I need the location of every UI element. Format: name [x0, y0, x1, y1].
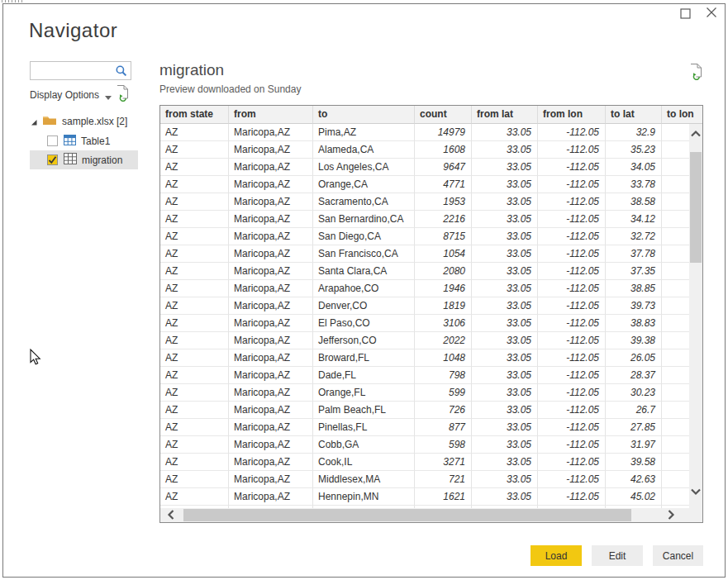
- table-cell: Santa Clara,CA: [313, 263, 415, 280]
- table-cell: 33.05: [472, 349, 538, 367]
- table-cell: -112.05: [538, 419, 606, 436]
- table-cell: -112.05: [538, 159, 606, 176]
- table-cell: Maricopa,AZ: [229, 211, 313, 228]
- scroll-right-icon[interactable]: [665, 509, 677, 521]
- table-cell: -112.05: [538, 315, 606, 332]
- table-cell: Maricopa,AZ: [229, 280, 313, 297]
- horizontal-scrollbar[interactable]: [160, 508, 702, 522]
- grid-icon: [64, 153, 77, 167]
- maximize-button[interactable]: [676, 7, 694, 23]
- scroll-down-icon[interactable]: [690, 486, 702, 497]
- table-cell: -112.05: [538, 280, 606, 297]
- table-cell: 35.23: [606, 141, 662, 159]
- table-cell: 26.05: [606, 349, 662, 367]
- table-cell: San Francisco,CA: [313, 245, 415, 263]
- table-cell: Orange,FL: [313, 384, 415, 402]
- display-options-dropdown[interactable]: Display Options: [30, 86, 112, 104]
- table-cell: Maricopa,AZ: [229, 297, 313, 315]
- table-cell: AZ: [160, 211, 229, 228]
- tree-expander-icon[interactable]: [30, 117, 38, 126]
- table-row: AZMaricopa,AZCobb,GA59833.05-112.0531.97: [160, 436, 702, 454]
- table-cell: 42.63: [606, 471, 662, 488]
- cancel-button[interactable]: Cancel: [653, 545, 703, 566]
- table-cell: 33.05: [472, 436, 538, 454]
- table-cell: 599: [415, 384, 472, 402]
- table-cell: 2022: [415, 332, 472, 349]
- table-cell: Maricopa,AZ: [229, 402, 313, 419]
- tree-item-migration[interactable]: migration: [30, 150, 138, 169]
- search-box[interactable]: [30, 61, 131, 80]
- load-button[interactable]: Load: [531, 545, 582, 566]
- table-cell: AZ: [160, 315, 229, 332]
- migration-checkbox[interactable]: [47, 155, 58, 165]
- table-cell: 3271: [415, 454, 472, 471]
- table-row: AZMaricopa,AZSan Bernardino,CA221633.05-…: [160, 211, 702, 228]
- table-cell: 1048: [415, 349, 472, 367]
- table-cell: AZ: [160, 454, 229, 471]
- header-cell: count: [415, 106, 472, 124]
- table-cell: Maricopa,AZ: [229, 436, 313, 454]
- header-cell: from state: [160, 106, 229, 124]
- vertical-scrollbar[interactable]: [689, 124, 702, 509]
- vertical-scroll-thumb[interactable]: [690, 152, 702, 263]
- table-cell: Cobb,GA: [313, 436, 415, 454]
- table-cell: Maricopa,AZ: [229, 176, 313, 193]
- refresh-sidebar-button[interactable]: [116, 84, 131, 106]
- table-cell: 33.05: [472, 193, 538, 211]
- table-cell: Maricopa,AZ: [229, 488, 313, 506]
- tree-node-workbook[interactable]: sample.xlsx [2]: [30, 112, 127, 131]
- horizontal-scroll-thumb[interactable]: [183, 509, 631, 521]
- table-cell: Dade,FL: [313, 367, 415, 384]
- table-cell: -112.05: [538, 193, 606, 211]
- table-cell: -112.05: [538, 349, 606, 367]
- table-cell: Middlesex,MA: [313, 471, 415, 488]
- table-cell: 2216: [415, 211, 472, 228]
- table-row: AZMaricopa,AZOrange,FL59933.05-112.0530.…: [160, 384, 702, 402]
- table-cell: 33.05: [472, 176, 538, 193]
- table-row: AZMaricopa,AZLos Angeles,CA964733.05-112…: [160, 159, 702, 176]
- table-cell: 9647: [415, 159, 472, 176]
- table-row: AZMaricopa,AZSanta Clara,CA208033.05-112…: [160, 263, 702, 280]
- table-cell: 1953: [415, 193, 472, 211]
- table-cell: 33.05: [472, 471, 538, 488]
- table-cell: -112.05: [538, 141, 606, 159]
- folder-icon: [42, 114, 57, 128]
- table-cell: San Diego,CA: [313, 228, 415, 245]
- tree-item-table1[interactable]: Table1: [30, 131, 110, 150]
- table-header-row: from statefromtocountfrom latfrom lonto …: [160, 106, 702, 124]
- table-cell: AZ: [160, 436, 229, 454]
- table-cell: Los Angeles,CA: [313, 159, 415, 176]
- table-row: AZMaricopa,AZBroward,FL104833.05-112.052…: [160, 349, 702, 367]
- table-row: AZMaricopa,AZPinellas,FL87733.05-112.052…: [160, 419, 702, 436]
- table-cell: 39.58: [606, 454, 662, 471]
- dialog-title: Navigator: [29, 19, 117, 42]
- header-cell: from lat: [472, 106, 538, 124]
- table-row: AZMaricopa,AZMiddlesex,MA72133.05-112.05…: [160, 471, 702, 488]
- table-cell: -112.05: [538, 454, 606, 471]
- table-cell: 33.05: [472, 419, 538, 436]
- tree-item-label: migration: [82, 155, 122, 166]
- table-cell: AZ: [160, 349, 229, 367]
- search-icon: [115, 64, 128, 81]
- search-input[interactable]: [34, 63, 113, 78]
- table-cell: AZ: [160, 263, 229, 280]
- table-cell: 32.72: [606, 228, 662, 245]
- table1-checkbox[interactable]: [47, 135, 58, 146]
- table-cell: -112.05: [538, 228, 606, 245]
- scroll-up-icon[interactable]: [690, 128, 702, 140]
- close-button[interactable]: [702, 6, 721, 22]
- preview-title: migration: [159, 61, 224, 79]
- table-row: AZMaricopa,AZDade,FL79833.05-112.0528.37: [160, 367, 702, 384]
- table-cell: 721: [415, 471, 472, 488]
- table-cell: Jefferson,CO: [313, 332, 415, 349]
- table-cell: -112.05: [538, 297, 606, 315]
- table-cell: 1946: [415, 280, 472, 297]
- edit-button[interactable]: Edit: [592, 545, 643, 566]
- tree-item-label: Table1: [81, 135, 110, 147]
- table-cell: 32.9: [606, 124, 662, 141]
- table-cell: Maricopa,AZ: [229, 228, 313, 245]
- table-cell: Hennepin,MN: [313, 488, 415, 506]
- table-row: AZMaricopa,AZJefferson,CO202233.05-112.0…: [160, 332, 702, 349]
- refresh-preview-button[interactable]: [689, 63, 704, 84]
- scroll-left-icon[interactable]: [165, 509, 177, 521]
